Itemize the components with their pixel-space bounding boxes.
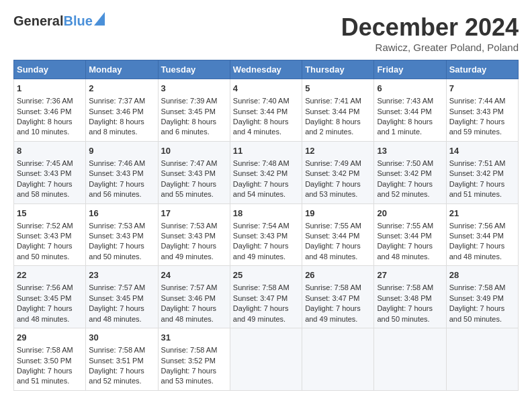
daylight-text: Daylight: 8 hours and 1 minute. — [377, 118, 433, 136]
title-section: December 2024 Rawicz, Greater Poland, Po… — [341, 13, 519, 53]
page-subtitle: Rawicz, Greater Poland, Poland — [341, 42, 519, 53]
table-row: 24Sunrise: 7:57 AMSunset: 3:46 PMDayligh… — [158, 266, 230, 328]
sunrise-text: Sunrise: 7:36 AM — [17, 97, 73, 105]
sunset-text: Sunset: 3:43 PM — [449, 107, 504, 116]
sunrise-text: Sunrise: 7:53 AM — [89, 222, 145, 230]
day-number: 23 — [89, 269, 154, 281]
day-number: 8 — [17, 145, 83, 157]
sunrise-text: Sunrise: 7:45 AM — [17, 159, 73, 167]
sunrise-text: Sunrise: 7:53 AM — [161, 222, 218, 230]
daylight-text: Daylight: 7 hours and 53 minutes. — [161, 367, 217, 385]
sunrise-text: Sunrise: 7:58 AM — [233, 283, 290, 291]
sunrise-text: Sunrise: 7:57 AM — [161, 283, 218, 291]
sunrise-text: Sunrise: 7:43 AM — [377, 97, 433, 105]
daylight-text: Daylight: 7 hours and 52 minutes. — [89, 367, 144, 385]
daylight-text: Daylight: 7 hours and 55 minutes. — [161, 180, 217, 198]
sunset-text: Sunset: 3:51 PM — [89, 357, 143, 365]
day-number: 26 — [305, 269, 371, 281]
sunset-text: Sunset: 3:44 PM — [449, 232, 504, 240]
table-row: 21Sunrise: 7:56 AMSunset: 3:44 PMDayligh… — [446, 203, 518, 266]
day-number: 10 — [161, 145, 227, 157]
day-number: 11 — [233, 145, 299, 157]
day-number: 7 — [449, 83, 515, 95]
sunrise-text: Sunrise: 7:55 AM — [377, 222, 433, 230]
header: General Blue December 2024 Rawicz, Great… — [13, 13, 519, 53]
daylight-text: Daylight: 7 hours and 51 minutes. — [17, 367, 73, 385]
daylight-text: Daylight: 7 hours and 49 minutes. — [233, 242, 289, 260]
table-row — [302, 328, 374, 391]
table-row: 28Sunrise: 7:58 AMSunset: 3:49 PMDayligh… — [446, 266, 518, 328]
col-friday: Friday — [374, 60, 446, 79]
table-row: 8Sunrise: 7:45 AMSunset: 3:43 PMDaylight… — [14, 141, 86, 203]
table-row: 18Sunrise: 7:54 AMSunset: 3:43 PMDayligh… — [230, 203, 302, 266]
calendar-table: Sunday Monday Tuesday Wednesday Thursday… — [13, 60, 519, 391]
day-number: 13 — [377, 145, 443, 157]
table-row: 12Sunrise: 7:49 AMSunset: 3:42 PMDayligh… — [302, 141, 374, 203]
calendar-week-row: 8Sunrise: 7:45 AMSunset: 3:43 PMDaylight… — [14, 141, 519, 203]
sunrise-text: Sunrise: 7:58 AM — [449, 283, 506, 291]
table-row: 11Sunrise: 7:48 AMSunset: 3:42 PMDayligh… — [230, 141, 302, 203]
table-row: 23Sunrise: 7:57 AMSunset: 3:45 PMDayligh… — [86, 266, 158, 328]
daylight-text: Daylight: 7 hours and 54 minutes. — [233, 180, 289, 198]
sunrise-text: Sunrise: 7:57 AM — [89, 283, 145, 291]
sunrise-text: Sunrise: 7:58 AM — [89, 346, 145, 354]
daylight-text: Daylight: 8 hours and 2 minutes. — [305, 118, 361, 136]
sunrise-text: Sunrise: 7:58 AM — [17, 346, 73, 354]
daylight-text: Daylight: 7 hours and 53 minutes. — [305, 180, 361, 198]
sunset-text: Sunset: 3:50 PM — [17, 357, 71, 365]
day-number: 29 — [17, 332, 83, 344]
daylight-text: Daylight: 8 hours and 6 minutes. — [161, 118, 217, 136]
daylight-text: Daylight: 8 hours and 8 minutes. — [89, 118, 144, 136]
daylight-text: Daylight: 7 hours and 52 minutes. — [377, 180, 433, 198]
daylight-text: Daylight: 7 hours and 48 minutes. — [161, 304, 217, 322]
sunset-text: Sunset: 3:45 PM — [161, 107, 216, 116]
logo: General Blue — [13, 13, 105, 29]
svg-marker-0 — [94, 12, 105, 26]
sunset-text: Sunset: 3:46 PM — [161, 294, 216, 302]
sunset-text: Sunset: 3:48 PM — [377, 294, 431, 302]
col-tuesday: Tuesday — [158, 60, 230, 79]
daylight-text: Daylight: 7 hours and 49 minutes. — [305, 304, 361, 322]
sunrise-text: Sunrise: 7:49 AM — [305, 159, 361, 167]
sunset-text: Sunset: 3:43 PM — [161, 232, 216, 240]
sunrise-text: Sunrise: 7:56 AM — [449, 222, 506, 230]
table-row: 27Sunrise: 7:58 AMSunset: 3:48 PMDayligh… — [374, 266, 446, 328]
sunset-text: Sunset: 3:43 PM — [89, 232, 143, 240]
day-number: 28 — [449, 269, 515, 281]
table-row: 4Sunrise: 7:40 AMSunset: 3:44 PMDaylight… — [230, 79, 302, 142]
sunset-text: Sunset: 3:42 PM — [377, 169, 431, 177]
daylight-text: Daylight: 7 hours and 48 minutes. — [17, 304, 73, 322]
sunset-text: Sunset: 3:45 PM — [89, 294, 143, 302]
sunset-text: Sunset: 3:44 PM — [377, 107, 431, 116]
daylight-text: Daylight: 8 hours and 10 minutes. — [17, 118, 73, 136]
table-row: 29Sunrise: 7:58 AMSunset: 3:50 PMDayligh… — [14, 328, 86, 391]
table-row: 3Sunrise: 7:39 AMSunset: 3:45 PMDaylight… — [158, 79, 230, 142]
day-number: 18 — [233, 208, 299, 220]
logo-general-text: General — [13, 13, 63, 29]
sunrise-text: Sunrise: 7:58 AM — [377, 283, 433, 291]
day-number: 19 — [305, 208, 371, 220]
sunset-text: Sunset: 3:47 PM — [233, 294, 287, 302]
sunrise-text: Sunrise: 7:39 AM — [161, 97, 218, 105]
sunset-text: Sunset: 3:42 PM — [449, 169, 504, 177]
daylight-text: Daylight: 7 hours and 56 minutes. — [89, 180, 144, 198]
sunrise-text: Sunrise: 7:52 AM — [17, 222, 73, 230]
table-row — [374, 328, 446, 391]
table-row: 1Sunrise: 7:36 AMSunset: 3:46 PMDaylight… — [14, 79, 86, 142]
sunset-text: Sunset: 3:44 PM — [377, 232, 431, 240]
calendar-week-row: 1Sunrise: 7:36 AMSunset: 3:46 PMDaylight… — [14, 79, 519, 142]
sunrise-text: Sunrise: 7:47 AM — [161, 159, 218, 167]
table-row: 10Sunrise: 7:47 AMSunset: 3:43 PMDayligh… — [158, 141, 230, 203]
col-thursday: Thursday — [302, 60, 374, 79]
table-row: 15Sunrise: 7:52 AMSunset: 3:43 PMDayligh… — [14, 203, 86, 266]
table-row: 25Sunrise: 7:58 AMSunset: 3:47 PMDayligh… — [230, 266, 302, 328]
day-number: 6 — [377, 83, 443, 95]
sunrise-text: Sunrise: 7:58 AM — [305, 283, 361, 291]
daylight-text: Daylight: 7 hours and 49 minutes. — [233, 304, 289, 322]
calendar-header-row: Sunday Monday Tuesday Wednesday Thursday… — [14, 60, 519, 79]
daylight-text: Daylight: 7 hours and 49 minutes. — [161, 242, 217, 260]
table-row: 22Sunrise: 7:56 AMSunset: 3:45 PMDayligh… — [14, 266, 86, 328]
sunrise-text: Sunrise: 7:44 AM — [449, 97, 506, 105]
col-sunday: Sunday — [14, 60, 86, 79]
sunrise-text: Sunrise: 7:58 AM — [161, 346, 218, 354]
